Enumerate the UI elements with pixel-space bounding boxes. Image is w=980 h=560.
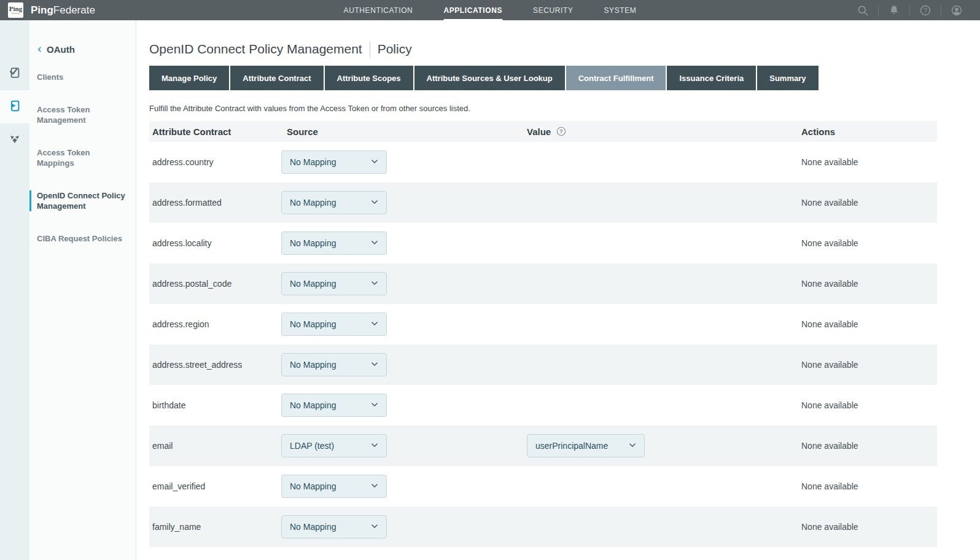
source-select-value: No Mapping [290,481,336,491]
nav-item-authentication[interactable]: AUTHENTICATION [344,0,413,20]
chevron-down-icon [370,522,379,532]
product-name: PingFederate [31,4,95,17]
header-value-label: Value [527,126,551,137]
chevron-down-icon [370,157,379,168]
attribute-name: email_verified [152,481,281,491]
nav-item-security[interactable]: SECURITY [533,0,573,20]
chevron-down-icon [370,279,379,289]
attribute-name: family_name [152,522,281,532]
page-description: Fulfill the Attribute Contract with valu… [149,104,980,113]
ping-logo-subtext: Identity [12,12,20,15]
source-select[interactable]: No Mapping [281,150,387,174]
page-title: OpenID Connect Policy Management Policy [149,41,980,58]
source-select[interactable]: No Mapping [281,353,387,376]
tab-issuance-criteria[interactable]: Issuance Criteria [667,66,756,90]
sidebar-items: ClientsAccess Token ManagementAccess Tok… [29,72,136,244]
clients-check-icon [8,66,21,82]
source-select-value: No Mapping [290,198,336,208]
svg-text:?: ? [924,7,927,14]
source-cell: No Mapping [281,353,527,376]
sidebar-item-clients[interactable]: Clients [29,72,136,82]
value-cell: userPrincipalName [527,434,801,457]
chevron-down-icon [370,481,379,492]
app-shell: OAuth ClientsAccess Token ManagementAcce… [0,20,980,560]
source-select[interactable]: No Mapping [281,515,387,539]
sidebar: OAuth ClientsAccess Token ManagementAcce… [29,20,136,560]
sidebar-item-openid-connect-policy-management[interactable]: OpenID Connect Policy Management [29,190,136,211]
value-select-value: userPrincipalName [535,441,608,451]
product-name-bold: Ping [31,4,53,16]
nav-item-applications[interactable]: APPLICATIONS [443,0,502,20]
rail-item-clients-check-icon[interactable] [0,57,29,90]
source-select-value: No Mapping [290,157,336,167]
icon-divider [941,6,941,15]
svg-text:?: ? [560,128,563,134]
chevron-down-icon [370,360,379,370]
topbar-icons: ? [847,4,972,17]
sidebar-item-access-token-management[interactable]: Access Token Management [29,104,136,125]
source-cell: No Mapping [281,191,527,214]
rail-item-access-token-icon[interactable] [0,90,29,123]
fulfillment-table: Attribute Contract Source Value ? Action… [149,121,937,547]
search-icon[interactable] [857,4,869,17]
source-select[interactable]: LDAP (test) [281,434,387,457]
nav-item-system[interactable]: SYSTEM [604,0,637,20]
source-select[interactable]: No Mapping [281,475,387,498]
account-icon[interactable] [951,4,963,17]
tab-attribute-scopes[interactable]: Attribute Scopes [325,66,413,90]
help-circle-icon[interactable]: ? [556,126,566,136]
sidebar-item-ciba-request-policies[interactable]: CIBA Request Policies [29,233,136,244]
help-icon[interactable]: ? [919,4,931,17]
actions-cell: None available [801,400,937,410]
source-select-value: No Mapping [290,360,336,370]
tab-bar: Manage PolicyAttribute ContractAttribute… [149,66,819,90]
icon-divider [878,6,879,15]
source-select[interactable]: No Mapping [281,191,387,214]
sidebar-back-oauth[interactable]: OAuth [29,44,136,55]
source-cell: No Mapping [281,313,527,336]
access-token-icon [8,99,21,115]
actions-cell: None available [801,319,937,329]
tab-manage-policy[interactable]: Manage Policy [149,66,229,90]
page-title-primary: OpenID Connect Policy Management [149,41,362,58]
table-row: address.formattedNo MappingNone availabl… [149,182,937,223]
notifications-icon[interactable] [888,4,900,17]
source-select-value: LDAP (test) [290,441,334,451]
actions-cell: None available [801,360,937,370]
attribute-name: address.street_address [152,360,281,370]
source-select-value: No Mapping [290,522,336,532]
table-row: birthdateNo MappingNone available [149,385,937,426]
source-select[interactable]: No Mapping [281,231,387,255]
attribute-name: address.locality [152,238,281,248]
source-cell: No Mapping [281,272,527,295]
icon-rail [0,20,29,560]
attribute-name: address.postal_code [152,279,281,289]
table-header-row: Attribute Contract Source Value ? Action… [149,121,937,142]
main-content: OpenID Connect Policy Management Policy … [136,20,980,560]
chevron-down-icon [370,198,379,208]
attribute-name: email [152,441,281,451]
tab-attribute-contract[interactable]: Attribute Contract [230,66,323,90]
actions-cell: None available [801,522,937,532]
source-select[interactable]: No Mapping [281,313,387,336]
table-body: address.countryNo MappingNone availablea… [149,142,937,547]
value-select[interactable]: userPrincipalName [527,434,645,457]
header-attribute-contract: Attribute Contract [152,126,281,137]
source-select[interactable]: No Mapping [281,272,387,295]
tab-contract-fulfillment[interactable]: Contract Fulfillment [566,66,666,90]
sidebar-item-access-token-mappings[interactable]: Access Token Mappings [29,147,136,168]
chevron-down-icon [370,441,379,451]
table-row: address.street_addressNo MappingNone ava… [149,344,937,385]
rail-item-oauth-shield-icon[interactable] [0,123,29,157]
header-actions: Actions [801,126,937,137]
chevron-left-icon [36,44,43,55]
header-source: Source [281,126,527,137]
source-select[interactable]: No Mapping [281,394,387,417]
tab-attribute-sources-user-lookup[interactable]: Attribute Sources & User Lookup [414,66,565,90]
brand[interactable]: Ping Identity PingFederate [8,2,95,18]
attribute-name: address.formatted [152,198,281,208]
tab-summary[interactable]: Summary [757,66,818,90]
source-select-value: No Mapping [290,400,336,410]
sidebar-back-label: OAuth [47,44,75,55]
actions-cell: None available [801,198,937,208]
